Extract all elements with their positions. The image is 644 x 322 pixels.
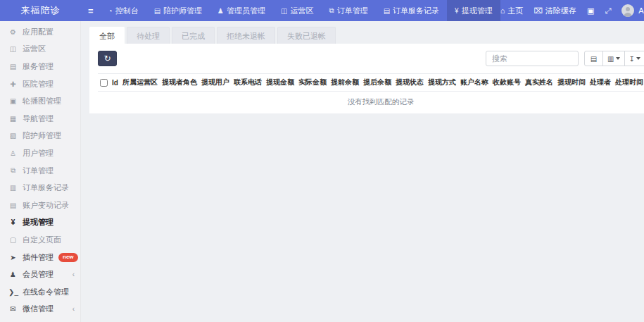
order-service-record-icon: ▥: [8, 184, 18, 192]
app-config-icon: ⚙: [8, 28, 18, 36]
sidebar-item-account-change-log[interactable]: ▤账户变动记录: [0, 197, 80, 214]
column-header: 收款账号: [491, 74, 523, 92]
nav-docs-button[interactable]: ▣: [587, 6, 594, 16]
navigation-icon: ▦: [8, 115, 18, 123]
menu-toggle-icon[interactable]: ≡: [81, 0, 101, 21]
tab-拒绝未退帐[interactable]: 拒绝未退帐: [217, 27, 275, 44]
sidebar-item-users[interactable]: ♙用户管理: [0, 144, 80, 162]
refresh-button[interactable]: ↻: [98, 51, 117, 66]
export-button[interactable]: ↧: [624, 51, 644, 66]
sidebar-item-online-command[interactable]: ❯_在线命令管理: [0, 283, 80, 301]
sidebar: ⚙应用配置◫运营区▤服务管理✚医院管理▣轮播图管理▦导航管理▧陪护师管理♙用户管…: [0, 21, 81, 322]
tab-待处理[interactable]: 待处理: [127, 27, 170, 44]
toggle-view-button[interactable]: ▤: [584, 51, 603, 66]
orders-icon: ⧉: [329, 6, 334, 15]
nav-fullscreen-button[interactable]: ⤢: [605, 6, 611, 16]
nav-item-caregiver[interactable]: ▤陪护师管理: [146, 0, 210, 21]
user-menu[interactable]: Admin: [621, 4, 644, 17]
sidebar-item-services[interactable]: ▤服务管理: [0, 58, 80, 75]
withdraw-icon: ¥: [8, 218, 18, 226]
navbar-menu: ≡ ◔控制台▤陪护师管理♟管理员管理◫运营区⧉订单管理▤订单服务记录¥提现管理: [81, 0, 500, 21]
column-header: 提现金额: [264, 74, 296, 92]
nav-item-label: 运营区: [291, 6, 314, 16]
column-header: 联系电话: [232, 74, 264, 92]
members-icon: ♟: [8, 271, 18, 278]
sidebar-item-region[interactable]: ◫运营区: [0, 41, 80, 58]
carousel-icon: ▣: [8, 97, 18, 105]
sidebar-item-caregiver[interactable]: ▧陪护师管理: [0, 128, 80, 145]
search-input[interactable]: [486, 51, 579, 66]
sidebar-item-navigation[interactable]: ▦导航管理: [0, 110, 80, 128]
column-header: 提现时间: [555, 74, 588, 92]
toggle-view-icon: ▤: [591, 55, 597, 63]
online-command-icon: ❯_: [8, 288, 18, 296]
select-all-header: [98, 74, 110, 92]
chevron-down-icon: [636, 57, 640, 60]
sidebar-item-label: 服务管理: [23, 61, 53, 72]
orders-icon: ⧉: [8, 166, 18, 175]
users-icon: ♙: [8, 149, 18, 157]
nav-item-dashboard[interactable]: ◔控制台: [101, 0, 146, 21]
sidebar-item-label: 陪护师管理: [23, 130, 61, 141]
column-header: 处理时间: [613, 74, 644, 92]
hospital-icon: ✚: [8, 80, 18, 88]
column-header: 真实姓名: [523, 74, 555, 92]
admin-icon: ♟: [217, 7, 224, 15]
table-toolbar: ↻ ▤ ▥ ↧: [98, 51, 644, 66]
column-header: 提现状态: [393, 74, 426, 92]
sidebar-item-label: 订单服务记录: [23, 182, 69, 193]
sidebar-item-members[interactable]: ♟会员管理‹: [0, 266, 80, 283]
tab-已完成[interactable]: 已完成: [172, 27, 215, 44]
nav-clear-cache[interactable]: ⌧清除缓存: [533, 6, 576, 16]
status-tabs: 全部待处理已完成拒绝未退帐失败已退帐: [89, 27, 644, 44]
nav-item-withdraw[interactable]: ¥提现管理: [447, 0, 500, 21]
select-all-checkbox[interactable]: [100, 79, 108, 87]
sidebar-item-label: 在线命令管理: [23, 287, 69, 297]
region-icon: ◫: [281, 7, 287, 15]
column-header: Id: [110, 74, 120, 92]
refresh-icon: ↻: [103, 54, 111, 63]
nav-item-region[interactable]: ◫运营区: [273, 0, 321, 21]
tab-失败已退帐[interactable]: 失败已退帐: [277, 27, 336, 44]
top-navbar: 来福陪诊 ≡ ◔控制台▤陪护师管理♟管理员管理◫运营区⧉订单管理▤订单服务记录¥…: [0, 0, 644, 21]
caregiver-icon: ▤: [154, 7, 160, 15]
wechat-icon: ✉: [8, 305, 18, 313]
sidebar-item-custom-page[interactable]: ▢自定义页面: [0, 231, 80, 249]
nav-item-order-service-record[interactable]: ▤订单服务记录: [376, 0, 447, 21]
brand-logo[interactable]: 来福陪诊: [0, 0, 81, 21]
nav-item-label: 管理员管理: [227, 6, 265, 16]
sidebar-item-hospital[interactable]: ✚医院管理: [0, 75, 80, 93]
nav-item-label: 提现管理: [462, 6, 493, 16]
sidebar-item-label: 插件管理: [23, 252, 53, 263]
column-header: 账户名称: [458, 74, 491, 92]
column-header: 提后余额: [361, 74, 393, 92]
nav-home[interactable]: ⌂主页: [500, 6, 524, 16]
services-icon: ▤: [8, 63, 18, 70]
nav-item-orders[interactable]: ⧉订单管理: [322, 0, 376, 21]
home-icon: ⌂: [500, 6, 505, 15]
table-toolbar-buttons: ▤ ▥ ↧: [584, 51, 644, 66]
columns-button[interactable]: ▥: [602, 51, 624, 66]
column-header: 提现方式: [426, 74, 458, 92]
fullscreen-icon: ⤢: [605, 6, 611, 16]
sidebar-item-wechat[interactable]: ✉微信管理‹: [0, 301, 80, 318]
sidebar-item-app-config[interactable]: ⚙应用配置: [0, 23, 80, 41]
sidebar-item-label: 应用配置: [23, 27, 53, 37]
column-header: 提现者角色: [160, 74, 199, 92]
sidebar-item-plugins[interactable]: ➤插件管理new: [0, 249, 80, 266]
sidebar-item-withdraw[interactable]: ¥提现管理: [0, 214, 80, 232]
sidebar-item-label: 账户变动记录: [23, 200, 69, 211]
sidebar-item-carousel[interactable]: ▣轮播图管理: [0, 92, 80, 110]
sidebar-item-label: 自定义页面: [23, 235, 61, 245]
tab-全部[interactable]: 全部: [89, 27, 125, 44]
dashboard-icon: ◔: [108, 7, 113, 15]
nav-item-label: 订单服务记录: [393, 6, 439, 16]
sidebar-item-orders[interactable]: ⧉订单管理: [0, 162, 80, 180]
sidebar-item-label: 轮播图管理: [23, 96, 61, 106]
nav-item-label: 控制台: [115, 6, 139, 16]
table-panel: ↻ ▤ ▥ ↧: [89, 44, 644, 113]
nav-item-admin[interactable]: ♟管理员管理: [210, 0, 273, 21]
user-name: Admin: [638, 6, 644, 15]
sidebar-item-order-service-record[interactable]: ▥订单服务记录: [0, 179, 80, 197]
navbar-right: ⌂主页⌧清除缓存▣⤢ Admin ⚙: [500, 0, 644, 21]
